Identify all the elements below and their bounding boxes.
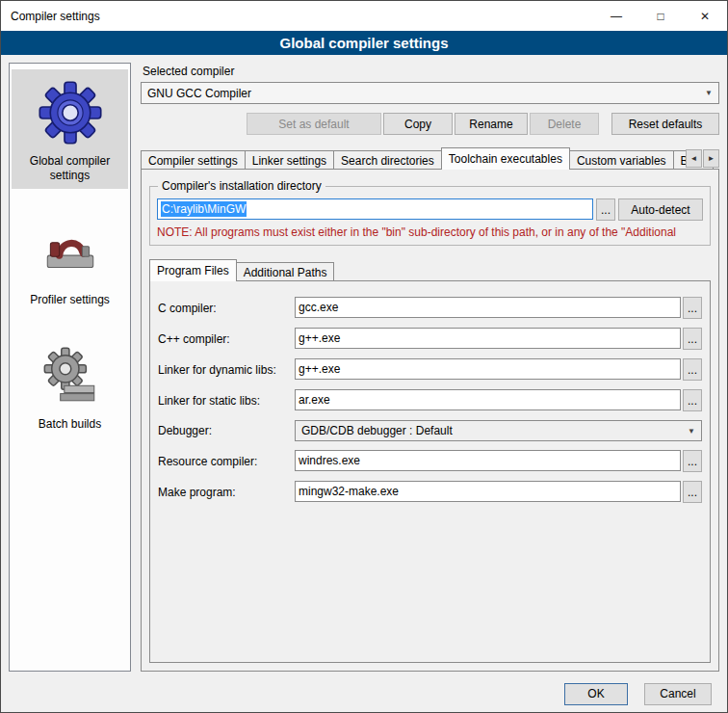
debugger-select-value: GDB/CDB debugger : Default [301,424,684,437]
tab-scroll-right-button[interactable]: ► [703,149,719,168]
dynamic-linker-browse-button[interactable]: ... [683,358,702,381]
delete-button[interactable]: Delete [530,113,599,135]
cpp-compiler-value: g++.exe [299,331,340,345]
field-row-c-compiler: C compiler: gcc.exe ... [158,297,702,319]
dynamic-linker-label: Linker for dynamic libs: [158,363,295,377]
c-compiler-label: C compiler: [158,302,295,315]
cancel-button[interactable]: Cancel [644,683,712,705]
install-dir-input[interactable]: C:\raylib\MinGW [157,198,593,220]
static-linker-input[interactable]: ar.exe [295,389,681,410]
main-panel: Selected compiler GNU GCC Compiler ▼ Set… [141,63,719,672]
dialog-footer: OK Cancel [1,675,727,712]
note-text: NOTE: All programs must exist either in … [157,225,703,239]
static-linker-browse-button[interactable]: ... [683,389,702,411]
tab-scroll-left-button[interactable]: ◄ [686,149,702,168]
caption-buttons: — □ ✕ [594,1,727,31]
dynamic-linker-value: g++.exe [299,362,340,376]
sidebar-item-profiler-settings[interactable]: Profiler settings [12,208,128,313]
debugger-label: Debugger: [158,424,295,437]
settings-tabstrip: Compiler settings Linker settings Search… [141,147,719,170]
close-button[interactable]: ✕ [683,1,727,31]
compiler-select[interactable]: GNU GCC Compiler ▼ [141,82,719,104]
blue-gear-icon [35,77,106,148]
minimize-button[interactable]: — [594,1,638,31]
profiler-tool-icon [35,216,106,287]
field-row-static-linker: Linker for static libs: ar.exe ... [158,389,702,411]
resource-compiler-browse-button[interactable]: ... [683,450,702,472]
c-compiler-input[interactable]: gcc.exe [295,297,681,318]
installation-directory-row: C:\raylib\MinGW ... Auto-detect [157,198,703,221]
rename-button[interactable]: Rename [455,113,528,135]
sidebar-item-label: Profiler settings [30,293,110,307]
make-program-label: Make program: [158,486,295,499]
tab-toolchain-executables[interactable]: Toolchain executables [441,147,570,170]
tab-custom-variables[interactable]: Custom variables [569,150,674,170]
dynamic-linker-input[interactable]: g++.exe [295,358,681,380]
reset-defaults-button[interactable]: Reset defaults [611,113,719,135]
c-compiler-value: gcc.exe [299,301,338,314]
field-row-cpp-compiler: C++ compiler: g++.exe ... [158,328,702,350]
toolchain-executables-page: Compiler's installation directory C:\ray… [141,169,719,672]
static-linker-label: Linker for static libs: [158,394,295,408]
tab-linker-settings[interactable]: Linker settings [245,150,334,170]
maximize-button[interactable]: □ [638,1,683,31]
auto-detect-button[interactable]: Auto-detect [618,198,703,221]
make-program-value: mingw32-make.exe [299,485,399,498]
window-title: Compiler settings [11,10,100,23]
gray-gear-stack-icon [35,340,106,411]
ok-button[interactable]: OK [564,683,628,705]
settings-sidebar: Global compiler settings Profiler settin… [9,63,131,672]
tab-compiler-settings[interactable]: Compiler settings [141,150,246,170]
compiler-select-value: GNU GCC Compiler [147,87,701,100]
installation-directory-group: Compiler's installation directory C:\ray… [149,186,711,246]
sidebar-item-label: Batch builds [39,417,101,432]
tab-additional-paths[interactable]: Additional Paths [236,262,335,281]
copy-button[interactable]: Copy [383,113,453,135]
sidebar-item-global-compiler-settings[interactable]: Global compiler settings [12,69,128,189]
program-files-panel: C compiler: gcc.exe ... C++ compiler: g+… [149,280,711,663]
debugger-select[interactable]: GDB/CDB debugger : Default ▼ [295,420,702,441]
resource-compiler-value: windres.exe [299,454,360,467]
c-compiler-browse-button[interactable]: ... [683,297,702,319]
banner-title: Global compiler settings [279,35,448,51]
sidebar-item-label: Global compiler settings [13,154,126,183]
install-dir-browse-button[interactable]: ... [596,198,615,221]
static-linker-value: ar.exe [299,393,330,407]
field-row-debugger: Debugger: GDB/CDB debugger : Default ▼ [158,420,702,441]
field-row-resource-compiler: Resource compiler: windres.exe ... [158,450,702,472]
resource-compiler-input[interactable]: windres.exe [295,450,681,471]
compiler-buttons-row: Set as default Copy Rename Delete Reset … [141,113,719,135]
selected-compiler-label: Selected compiler [143,65,719,78]
installation-directory-group-title: Compiler's installation directory [158,179,325,193]
make-program-browse-button[interactable]: ... [683,481,702,503]
chevron-down-icon: ▼ [688,427,695,436]
sidebar-item-batch-builds[interactable]: Batch builds [12,332,128,437]
dialog-banner: Global compiler settings [1,31,727,55]
cpp-compiler-label: C++ compiler: [158,332,295,346]
dialog-content: Global compiler settings Profiler settin… [1,55,727,675]
tab-program-files[interactable]: Program Files [149,259,237,281]
cpp-compiler-input[interactable]: g++.exe [295,328,681,349]
program-files-tabstrip: Program Files Additional Paths [149,259,711,281]
resource-compiler-label: Resource compiler: [158,455,295,468]
chevron-down-icon: ▼ [705,89,713,97]
field-row-dynamic-linker: Linker for dynamic libs: g++.exe ... [158,358,702,381]
make-program-input[interactable]: mingw32-make.exe [295,481,681,502]
cpp-compiler-browse-button[interactable]: ... [683,328,702,350]
install-dir-selected-text: C:\raylib\MinGW [161,201,247,217]
field-row-make-program: Make program: mingw32-make.exe ... [158,481,702,503]
tab-search-directories[interactable]: Search directories [333,150,442,170]
titlebar[interactable]: Compiler settings — □ ✕ [1,1,727,31]
compiler-settings-dialog: Compiler settings — □ ✕ Global compiler … [0,0,728,713]
set-as-default-button[interactable]: Set as default [247,113,381,135]
tab-scroll-buttons: ◄ ► [686,149,719,168]
